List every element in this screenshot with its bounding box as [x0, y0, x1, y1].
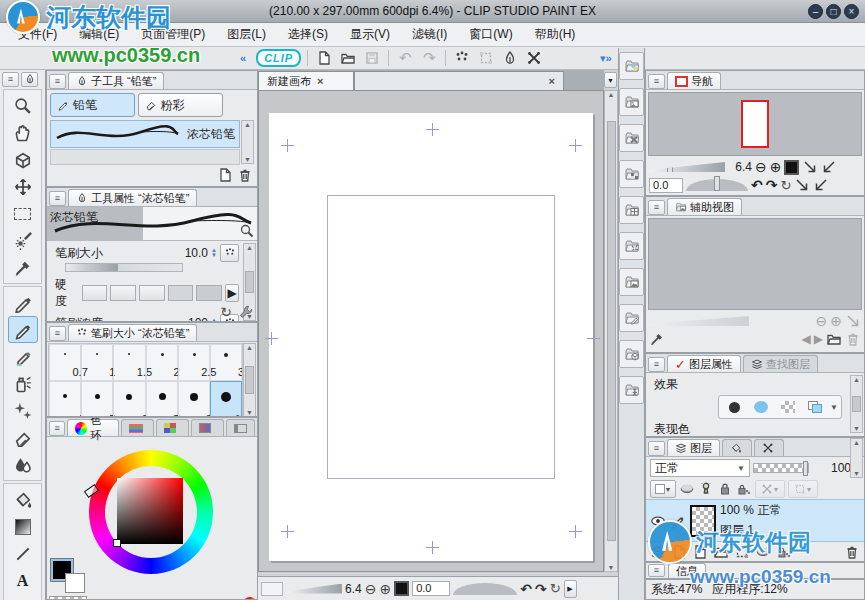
subview-zoom-slider[interactable]	[649, 316, 749, 326]
subtool-scrollbar[interactable]: ▲ ▼	[241, 120, 254, 164]
create-subtool-icon[interactable]	[217, 167, 233, 183]
effect-tone-button[interactable]	[749, 397, 773, 417]
material-folder-illustration[interactable]	[619, 268, 644, 296]
layer-color-swatch-button[interactable]: ▼	[650, 480, 676, 498]
size-cell-6[interactable]: 6	[113, 381, 145, 417]
marker-tool-button[interactable]	[8, 343, 38, 370]
subview-menu-button[interactable]: ≡	[648, 200, 665, 215]
brush-settings-button[interactable]	[500, 49, 520, 68]
effect-more-icon[interactable]: ▼	[830, 403, 838, 412]
nav-flip-h-icon[interactable]	[802, 159, 818, 175]
intermediate-color-tab[interactable]	[191, 419, 224, 436]
hardness-seg-4[interactable]	[168, 285, 194, 301]
gradient-tool-button[interactable]	[8, 513, 38, 540]
nav-rotate-left-icon[interactable]: ↶	[751, 177, 763, 193]
clip-group-button[interactable]: ▼	[755, 480, 785, 498]
eyedropper-tool-button[interactable]	[8, 254, 38, 281]
navigator-rotation-slider[interactable]	[686, 179, 748, 191]
layer-comp-tab[interactable]	[722, 439, 752, 456]
layer-property-menu-button[interactable]: ≡	[648, 357, 665, 372]
color-slider-tab[interactable]	[121, 419, 154, 436]
subtool-menu-button[interactable]: ≡	[49, 74, 66, 89]
sv-square[interactable]	[117, 478, 183, 544]
background-color-swatch[interactable]	[65, 573, 85, 593]
move-tool-button[interactable]	[8, 173, 38, 200]
subview-zoom-in-icon[interactable]: ⊕	[830, 313, 842, 329]
marquee-tool-button[interactable]	[8, 200, 38, 227]
canvas-tab-active[interactable]: 新建画布 ×	[258, 71, 354, 90]
size-cell-4[interactable]: 4	[49, 381, 81, 417]
new-folder-icon[interactable]	[713, 544, 729, 560]
tab-list-button[interactable]: ▼	[604, 72, 617, 88]
reset-rotation-icon[interactable]: ↻	[550, 581, 561, 596]
menu-layer[interactable]: 图层(L)	[217, 23, 276, 46]
collapse-left-dock-icon[interactable]: «	[240, 52, 246, 64]
size-cell-2[interactable]: 2	[146, 344, 178, 381]
layer-visible-icon[interactable]	[650, 513, 666, 529]
material-folder-pose[interactable]	[619, 376, 644, 404]
menu-view[interactable]: 显示(V)	[340, 23, 400, 46]
subview-open-icon[interactable]	[826, 331, 842, 347]
layer-thumbnail[interactable]	[690, 505, 716, 537]
navigator-preview[interactable]	[648, 92, 862, 156]
rotate-right-icon[interactable]: ↷	[535, 581, 547, 597]
material-folder-image[interactable]	[619, 88, 644, 116]
subtool-item-dark-pencil[interactable]: 浓芯铅笔	[50, 120, 240, 148]
reset-settings-icon[interactable]: ↻	[220, 304, 232, 320]
nav-zoom-out-icon[interactable]: ⊖	[755, 159, 767, 175]
effect-border-button[interactable]	[722, 397, 746, 417]
subview-next-icon[interactable]: ▶	[814, 332, 823, 346]
figure-tool-button[interactable]	[8, 540, 38, 567]
subview-fit-icon[interactable]	[845, 313, 861, 329]
size-cell-1[interactable]: 1	[81, 344, 113, 381]
transparent-color-swatch[interactable]	[49, 596, 87, 600]
nav-mirror-v-icon[interactable]	[813, 177, 829, 193]
brush-size-stepper[interactable]: ▲▼	[211, 248, 217, 258]
menu-page-manage[interactable]: 页面管理(P)	[131, 23, 215, 46]
redo-button[interactable]: ↷	[419, 49, 439, 68]
pen-tool-button[interactable]	[8, 289, 38, 316]
reference-layer-icon[interactable]	[698, 481, 714, 497]
hardness-seg-1[interactable]	[82, 285, 108, 301]
tool-property-tab[interactable]: 工具属性 “浓芯铅笔”	[68, 189, 197, 206]
material-folder-effect[interactable]	[619, 232, 644, 260]
magic-wand-tool-button[interactable]	[8, 227, 38, 254]
lock-layer-icon[interactable]	[717, 481, 733, 497]
material-folder-monochrome[interactable]	[619, 124, 644, 152]
subview-eyedropper-icon[interactable]	[649, 331, 665, 347]
rotate-canvas-tool-button[interactable]	[8, 146, 38, 173]
nav-zoom-in-icon[interactable]: ⊕	[770, 159, 782, 175]
zoom-in-icon[interactable]: ⊕	[379, 581, 391, 597]
layer-mask-icon[interactable]	[776, 544, 792, 560]
delete-subtool-icon[interactable]	[237, 167, 253, 183]
bottom-bar-expand-icon[interactable]: ▶	[564, 580, 577, 598]
material-folder-edit[interactable]	[619, 304, 644, 332]
opacity-slider[interactable]	[753, 463, 809, 473]
color-set-tab[interactable]	[156, 419, 189, 436]
blend-mode-select[interactable]: 正常 ▼	[650, 459, 750, 477]
subview-prev-icon[interactable]: ◀	[802, 332, 811, 346]
subview-trash-icon[interactable]	[845, 331, 861, 347]
size-cell-3[interactable]: 3	[210, 344, 242, 381]
new-raster-layer-icon[interactable]	[671, 544, 687, 560]
rotate-left-icon[interactable]: ↶	[520, 581, 532, 597]
text-tool-button[interactable]: A	[8, 567, 38, 594]
subview-tab[interactable]: 辅助视图	[667, 198, 742, 215]
scroll-up-icon[interactable]: ▲	[244, 121, 251, 128]
color-history-tab[interactable]	[226, 419, 255, 436]
snap-off-button[interactable]	[524, 49, 544, 68]
blend-tool-button[interactable]	[8, 451, 38, 478]
subtool-tab-pastel[interactable]: 粉彩	[138, 93, 223, 117]
transfer-layer-icon[interactable]	[734, 544, 750, 560]
menu-help[interactable]: 帮助(H)	[525, 23, 586, 46]
navigator-tab[interactable]: 导航	[667, 72, 721, 89]
undo-button[interactable]: ↶	[395, 49, 415, 68]
tool-palette-menu-button[interactable]: ≡	[2, 72, 19, 87]
brush-size-scrollbar[interactable]: ▲▼	[243, 343, 256, 417]
hand-tool-button[interactable]	[8, 119, 38, 146]
transform-button[interactable]	[476, 49, 496, 68]
airbrush-tool-button[interactable]	[8, 370, 38, 397]
menu-filter[interactable]: 滤镜(I)	[402, 23, 457, 46]
snap-settings-button[interactable]	[452, 49, 472, 68]
nav-mirror-h-icon[interactable]	[794, 177, 810, 193]
